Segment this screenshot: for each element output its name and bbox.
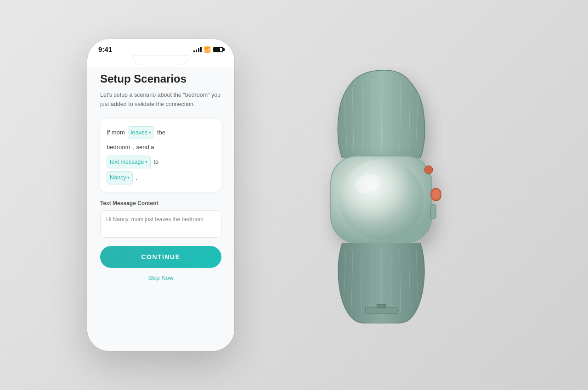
watch-svg bbox=[271, 67, 492, 323]
watch-container bbox=[262, 39, 501, 351]
status-bar: 9:41 📶 bbox=[87, 39, 234, 56]
scenario-line-3: text message ▾ to bbox=[107, 156, 215, 169]
svg-rect-16 bbox=[430, 204, 436, 219]
scene: 9:41 📶 Setup Scenarios Let's setup a sce… bbox=[0, 0, 588, 390]
screen-content: Setup Scenarios Let's setup a scenario a… bbox=[87, 67, 234, 351]
svg-point-15 bbox=[424, 166, 433, 174]
svg-rect-27 bbox=[377, 304, 386, 308]
text-message-label: Text Message Content bbox=[100, 200, 221, 206]
page-subtitle: Let's setup a scenario about the "bedroo… bbox=[100, 90, 221, 109]
scenario-line-4: Nancy ▾ . bbox=[107, 171, 215, 184]
scenario-line-2: bedroom , send a bbox=[107, 142, 215, 152]
contact-chevron-icon: ▾ bbox=[127, 174, 130, 181]
period-text: . bbox=[136, 173, 137, 183]
notch bbox=[133, 55, 188, 65]
action-dropdown[interactable]: text message ▾ bbox=[107, 156, 151, 169]
continue-button[interactable]: CONTINUE bbox=[100, 246, 221, 268]
leaves-chevron-icon: ▾ bbox=[149, 129, 151, 136]
contact-dropdown[interactable]: Nancy ▾ bbox=[107, 171, 133, 184]
phone-mockup: 9:41 📶 Setup Scenarios Let's setup a sce… bbox=[87, 39, 234, 351]
the-text: the bbox=[157, 127, 165, 138]
scenario-builder: If mom leaves ▾ the bedroom , send a tex… bbox=[100, 119, 221, 192]
page-title: Setup Scenarios bbox=[100, 72, 221, 86]
svg-rect-26 bbox=[365, 307, 397, 314]
battery-icon bbox=[213, 47, 223, 52]
signal-icon bbox=[193, 47, 202, 52]
bedroom-text: bedroom bbox=[107, 142, 130, 152]
svg-point-14 bbox=[432, 189, 440, 200]
text-message-content[interactable]: Hi Nancy, mom just leaves the bedroom. bbox=[100, 210, 221, 238]
status-time: 9:41 bbox=[98, 45, 112, 53]
notch-area bbox=[87, 55, 234, 65]
wifi-icon: 📶 bbox=[204, 46, 211, 53]
send-a-text: , send a bbox=[133, 142, 154, 152]
svg-point-11 bbox=[339, 159, 424, 240]
scenario-line-1: If mom leaves ▾ the bbox=[107, 126, 215, 139]
skip-link[interactable]: Skip Now bbox=[100, 274, 221, 281]
leaves-dropdown[interactable]: leaves ▾ bbox=[128, 126, 154, 139]
status-icons: 📶 bbox=[193, 46, 223, 53]
to-text: to bbox=[153, 156, 158, 167]
if-mom-text: If mom bbox=[107, 127, 125, 138]
action-chevron-icon: ▾ bbox=[145, 158, 147, 166]
